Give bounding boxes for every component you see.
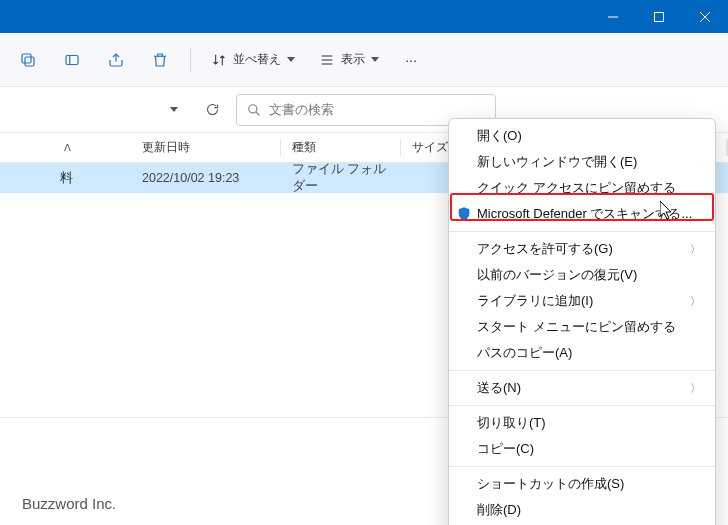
share-icon[interactable] <box>96 42 136 78</box>
sort-label: 並べ替え <box>233 51 281 68</box>
toolbar-separator <box>190 48 191 72</box>
ctx-open[interactable]: 開く(O) <box>449 123 715 149</box>
ctx-separator <box>449 466 715 467</box>
view-button[interactable]: 表示 <box>309 42 389 78</box>
ctx-pin-quick-access[interactable]: クイック アクセスにピン留めする <box>449 175 715 201</box>
ctx-delete[interactable]: 削除(D) <box>449 497 715 523</box>
refresh-button[interactable] <box>198 96 226 124</box>
svg-rect-0 <box>655 12 664 21</box>
cell-date: 2022/10/02 19:23 <box>132 163 282 193</box>
close-button[interactable] <box>682 0 728 33</box>
svg-rect-3 <box>66 55 78 64</box>
ctx-copy[interactable]: コピー(C) <box>449 436 715 462</box>
delete-icon[interactable] <box>140 42 180 78</box>
ctx-restore-versions[interactable]: 以前のバージョンの復元(V) <box>449 262 715 288</box>
ctx-copy-path[interactable]: パスのコピー(A) <box>449 340 715 366</box>
cell-type: ファイル フォルダー <box>282 163 402 193</box>
ctx-grant-access[interactable]: アクセスを許可する(G)〉 <box>449 236 715 262</box>
header-date[interactable]: 更新日時 <box>132 133 282 162</box>
sort-indicator-icon: ᐱ <box>64 142 71 153</box>
ctx-open-new-window[interactable]: 新しいウィンドウで開く(E) <box>449 149 715 175</box>
maximize-button[interactable] <box>636 0 682 33</box>
ctx-defender-scan[interactable]: Microsoft Defender でスキャンする... <box>449 201 715 227</box>
svg-rect-1 <box>25 57 34 66</box>
chevron-down-icon <box>371 57 379 62</box>
chevron-right-icon: 〉 <box>690 294 701 309</box>
view-label: 表示 <box>341 51 365 68</box>
chevron-right-icon: 〉 <box>690 381 701 396</box>
cell-name: 料 <box>0 163 132 193</box>
chevron-down-icon <box>287 57 295 62</box>
header-name[interactable]: ᐱ <box>0 133 132 162</box>
ctx-cut[interactable]: 切り取り(T) <box>449 410 715 436</box>
svg-point-4 <box>249 104 257 112</box>
search-icon <box>247 103 261 117</box>
ctx-add-library[interactable]: ライブラリに追加(I)〉 <box>449 288 715 314</box>
sort-button[interactable]: 並べ替え <box>201 42 305 78</box>
shield-icon <box>456 206 472 222</box>
search-placeholder: 文書の検索 <box>269 101 334 119</box>
svg-rect-2 <box>22 54 31 63</box>
more-button[interactable]: ··· <box>393 52 429 68</box>
header-type[interactable]: 種類 <box>282 133 402 162</box>
context-menu: 開く(O) 新しいウィンドウで開く(E) クイック アクセスにピン留めする Mi… <box>448 118 716 525</box>
copy-icon[interactable] <box>8 42 48 78</box>
ctx-pin-start[interactable]: スタート メニューにピン留めする <box>449 314 715 340</box>
window-titlebar <box>0 0 728 33</box>
ctx-send-to[interactable]: 送る(N)〉 <box>449 375 715 401</box>
minimize-button[interactable] <box>590 0 636 33</box>
chevron-right-icon: 〉 <box>690 242 701 257</box>
breadcrumb-dropdown[interactable] <box>160 96 188 124</box>
ctx-separator <box>449 370 715 371</box>
ctx-separator <box>449 405 715 406</box>
ctx-create-shortcut[interactable]: ショートカットの作成(S) <box>449 471 715 497</box>
toolbar: 並べ替え 表示 ··· <box>0 33 728 87</box>
rename-icon[interactable] <box>52 42 92 78</box>
ctx-separator <box>449 231 715 232</box>
brand-label: Buzzword Inc. <box>22 495 116 512</box>
